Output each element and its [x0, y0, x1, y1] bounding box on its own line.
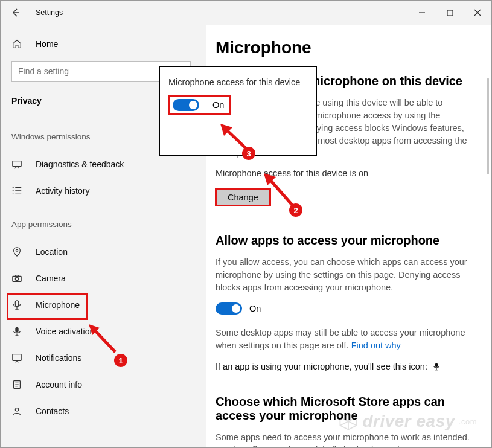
popup-toggle[interactable]: [173, 99, 199, 111]
icon-line-text: If an app is using your microphone, you'…: [216, 362, 427, 371]
sidebar-item-activity[interactable]: Activity history: [1, 178, 206, 204]
svg-rect-2: [13, 161, 21, 167]
annotation-badge-3: 3: [242, 147, 255, 160]
window-controls: [408, 1, 491, 25]
find-out-why-link[interactable]: Find out why: [351, 341, 401, 350]
sidebar-item-label: Microphone: [36, 300, 80, 310]
section2-body: If you allow access, you can choose whic…: [216, 256, 471, 294]
sidebar-home[interactable]: Home: [1, 32, 206, 56]
annotation-badge-2: 2: [289, 203, 302, 217]
sidebar-item-label: Activity history: [36, 186, 89, 196]
sidebar-item-label: Notifications: [36, 353, 81, 363]
sidebar-item-label: Location: [36, 247, 68, 257]
sidebar-item-account[interactable]: Account info: [1, 371, 206, 398]
svg-rect-0: [447, 10, 453, 16]
svg-rect-11: [435, 363, 438, 368]
popup-label: Microphone access for this device: [168, 77, 307, 88]
home-icon: [11, 39, 25, 50]
maximize-button[interactable]: [436, 1, 464, 25]
minimize-icon: [418, 9, 426, 16]
allow-apps-toggle-label: On: [249, 304, 261, 313]
voice-icon: [11, 326, 25, 337]
microphone-icon: [11, 299, 25, 310]
svg-rect-8: [13, 354, 21, 361]
svg-point-5: [15, 277, 18, 280]
sidebar-item-notifications[interactable]: Notifications: [1, 345, 206, 371]
sidebar-item-camera[interactable]: Camera: [1, 265, 206, 292]
sidebar-item-voice[interactable]: Voice activation: [1, 318, 206, 345]
sidebar-item-location[interactable]: Location: [1, 238, 206, 265]
watermark-logo-icon: [338, 411, 359, 432]
sidebar-item-label: Diagnostics & feedback: [36, 159, 124, 169]
microphone-status-icon: [432, 362, 441, 371]
titlebar: Settings: [1, 1, 491, 25]
sidebar-item-label: Camera: [36, 274, 66, 283]
allow-apps-toggle-row: On: [216, 302, 471, 315]
change-button[interactable]: Change: [216, 189, 270, 206]
sidebar-item-label: Account info: [36, 380, 82, 389]
section2-note-text: Some desktop apps may still be able to a…: [216, 328, 465, 350]
watermark-text: driver easy: [362, 412, 455, 431]
contacts-icon: [11, 406, 25, 417]
sidebar-home-label: Home: [36, 39, 58, 49]
arrow-left-icon: [11, 8, 21, 18]
location-icon: [11, 246, 25, 257]
svg-point-3: [16, 249, 18, 252]
svg-rect-7: [15, 327, 18, 333]
history-icon: [11, 185, 25, 196]
watermark-sub: .com: [459, 417, 477, 426]
popup-toggle-label: On: [212, 100, 224, 110]
allow-apps-toggle[interactable]: [216, 302, 242, 315]
window-title: Settings: [36, 8, 63, 17]
watermark: driver easy .com: [338, 411, 477, 432]
annotation-badge-1: 1: [114, 354, 127, 367]
notifications-icon: [11, 353, 25, 363]
back-button[interactable]: [1, 1, 31, 25]
minimize-button[interactable]: [408, 1, 436, 25]
section2-title: Allow apps to access your microphone: [216, 234, 471, 248]
group-label-app: App permissions: [1, 204, 206, 238]
sidebar-item-label: Contacts: [36, 406, 69, 416]
account-icon: [11, 379, 25, 390]
section2-note: Some desktop apps may still be able to a…: [216, 327, 471, 352]
section3-body: Some apps need to access your microphone…: [216, 431, 471, 447]
section2-icon-line: If an app is using your microphone, you'…: [216, 360, 471, 373]
close-button[interactable]: [464, 1, 491, 25]
camera-icon: [11, 273, 25, 284]
svg-point-10: [15, 408, 18, 411]
popup-toggle-wrap: On: [168, 95, 231, 115]
maximize-icon: [447, 10, 453, 16]
sidebar-item-contacts[interactable]: Contacts: [1, 398, 206, 424]
sidebar-item-label: Voice activation: [36, 327, 94, 336]
mic-access-popup: Microphone access for this device On: [159, 66, 317, 156]
close-icon: [474, 9, 481, 16]
page-title: Microphone: [216, 38, 471, 57]
sidebar-item-microphone[interactable]: Microphone: [1, 292, 206, 318]
section1-status: Microphone access for this device is on: [216, 168, 471, 178]
scrollbar[interactable]: [487, 78, 489, 174]
feedback-icon: [11, 159, 25, 170]
search-input[interactable]: [18, 66, 173, 76]
svg-rect-6: [15, 301, 18, 306]
